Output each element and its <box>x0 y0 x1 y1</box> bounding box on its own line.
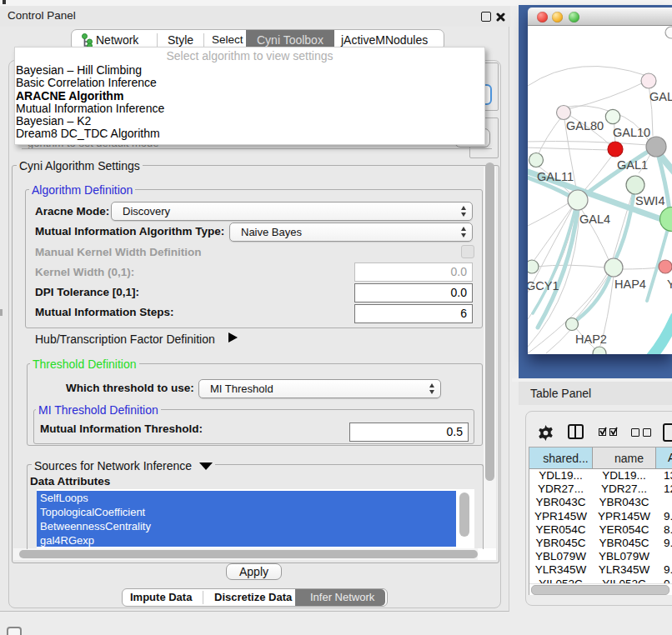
svg-text:GAL2: GAL2 <box>649 90 672 103</box>
svg-text:GAL1: GAL1 <box>617 158 648 172</box>
svg-text:GCY1: GCY1 <box>528 279 559 292</box>
svg-text:SWI4: SWI4 <box>635 194 664 208</box>
svg-text:GAL80: GAL80 <box>566 119 604 132</box>
svg-text:GAL11: GAL11 <box>537 170 574 183</box>
svg-text:GAL10: GAL10 <box>613 126 650 139</box>
svg-text:HAP2: HAP2 <box>575 332 607 346</box>
svg-text:HAP4: HAP4 <box>614 278 646 291</box>
svg-text:Y: Y <box>667 278 672 291</box>
svg-text:GAL4: GAL4 <box>579 212 610 226</box>
